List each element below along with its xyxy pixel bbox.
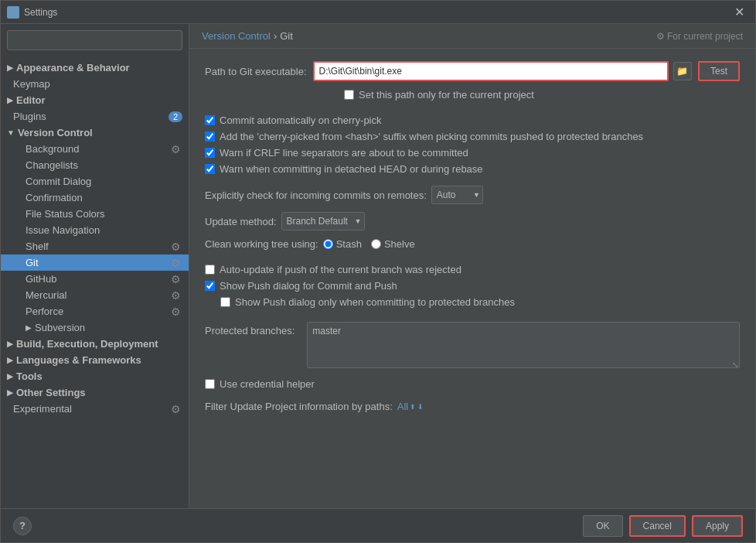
settings-icon: ⚙ [170, 144, 181, 155]
expand-arrow-languages: ▶ [7, 356, 13, 364]
protected-input-container: master ⤡ [307, 322, 740, 371]
divider5 [205, 394, 740, 401]
sidebar-item-github[interactable]: GitHub ⚙ [1, 271, 189, 287]
breadcrumb-part1[interactable]: Version Control [202, 30, 271, 42]
cherry-pick-label: Commit automatically on cherry-pick [220, 114, 382, 126]
explicitly-check-select-wrapper: Auto Always Never [431, 186, 483, 204]
show-push-dialog-checkbox[interactable] [205, 281, 215, 291]
sidebar-item-label: Languages & Frameworks [16, 354, 182, 366]
path-input[interactable] [313, 61, 669, 81]
sidebar-item-experimental[interactable]: Experimental ⚙ [1, 401, 189, 417]
sidebar-item-languages[interactable]: ▶ Languages & Frameworks [1, 352, 189, 368]
radio-shelve-label: Shelve [384, 238, 415, 250]
filter-value[interactable]: All ⬆ ⬇ [397, 401, 424, 412]
sidebar-item-label: Shelf [26, 241, 170, 252]
sidebar-item-commit-dialog[interactable]: Commit Dialog [1, 173, 189, 190]
detached-head-checkbox[interactable] [205, 164, 215, 174]
right-panel: Version Control › Git ⚙ For current proj… [189, 24, 755, 508]
test-button[interactable]: Test [698, 61, 740, 81]
crlf-checkbox[interactable] [205, 148, 215, 158]
radio-shelve-input[interactable] [371, 239, 381, 249]
app-icon [7, 6, 19, 19]
close-button[interactable]: ✕ [730, 3, 749, 21]
explicitly-check-select[interactable]: Auto Always Never [431, 186, 483, 204]
sidebar-item-label: GitHub [26, 273, 170, 285]
sidebar-item-git[interactable]: Git ⚙ [1, 254, 189, 271]
main-content: ▶ Appearance & Behavior Keymap ▶ Editor … [1, 24, 755, 508]
settings-window: Settings ✕ ▶ Appearance & Behavior Keyma… [0, 0, 756, 543]
update-method-select[interactable]: Branch Default Merge Rebase [281, 212, 365, 231]
show-push-protected-label: Show Push dialog only when committing to… [235, 296, 515, 308]
radio-shelve[interactable]: Shelve [371, 238, 415, 250]
use-credential-row: Use credential helper [205, 378, 740, 390]
help-button[interactable]: ? [13, 517, 32, 535]
search-box[interactable] [7, 30, 182, 50]
sidebar-item-label: Build, Execution, Deployment [16, 338, 182, 350]
filter-label: Filter Update Project information by pat… [205, 401, 393, 412]
titlebar: Settings ✕ [1, 1, 755, 24]
radio-stash-input[interactable] [323, 239, 333, 249]
for-current-project: ⚙ For current project [656, 31, 743, 42]
ok-button[interactable]: OK [583, 515, 622, 537]
explicitly-check-label: Explicitly check for incoming commits on… [205, 190, 427, 201]
sidebar-item-keymap[interactable]: Keymap [1, 76, 189, 92]
sidebar-item-changelists[interactable]: Changelists [1, 157, 189, 173]
sidebar-item-plugins[interactable]: Plugins 2 [1, 108, 189, 125]
expand-arrow-editor: ▶ [7, 96, 13, 104]
sidebar-item-mercurial[interactable]: Mercurial ⚙ [1, 287, 189, 303]
auto-update-checkbox[interactable] [205, 265, 215, 275]
settings-icon-mercurial: ⚙ [170, 290, 181, 301]
sidebar-item-label: Changelists [26, 159, 182, 171]
expand-arrow-build: ▶ [7, 340, 13, 348]
radio-stash[interactable]: Stash [323, 238, 362, 250]
sidebar-item-build[interactable]: ▶ Build, Execution, Deployment [1, 336, 189, 352]
cherry-pick-checkbox[interactable] [205, 115, 215, 125]
sidebar-item-label: Mercurial [26, 289, 170, 301]
use-credential-checkbox[interactable] [205, 379, 215, 389]
settings-icon-shelf: ⚙ [170, 241, 181, 252]
show-push-protected-checkbox[interactable] [220, 297, 230, 307]
expand-arrow-svn: ▶ [26, 323, 32, 332]
sidebar-item-appearance[interactable]: ▶ Appearance & Behavior [1, 60, 189, 76]
checkbox-crlf: Warn if CRLF line separators are about t… [205, 147, 740, 159]
settings-icon-git: ⚙ [170, 258, 181, 268]
sidebar-item-background[interactable]: Background ⚙ [1, 141, 189, 157]
sidebar-item-subversion[interactable]: ▶ Subversion [1, 319, 189, 336]
protected-branches-label: Protected branches: [205, 325, 295, 336]
protected-branches-input[interactable]: master [307, 322, 740, 368]
sidebar-item-label: Appearance & Behavior [16, 62, 182, 73]
cherry-picked-suffix-checkbox[interactable] [205, 131, 215, 142]
expand-arrow-appearance: ▶ [7, 63, 13, 72]
folder-button[interactable]: 📁 [673, 62, 692, 80]
sidebar-item-label: Plugins [13, 111, 169, 122]
radio-group-clean: Stash Shelve [323, 238, 415, 250]
sidebar-item-perforce[interactable]: Perforce ⚙ [1, 303, 189, 319]
resize-handle[interactable]: ⤡ [732, 360, 738, 369]
spinner-up-icon[interactable]: ⬆ [410, 403, 416, 411]
use-credential-label: Use credential helper [220, 378, 315, 390]
sidebar-item-shelf[interactable]: Shelf ⚙ [1, 238, 189, 254]
show-push-protected-row: Show Push dialog only when committing to… [205, 296, 740, 308]
sidebar-item-confirmation[interactable]: Confirmation [1, 190, 189, 206]
sidebar-item-file-status-colors[interactable]: File Status Colors [1, 206, 189, 222]
sidebar-item-issue-navigation[interactable]: Issue Navigation [1, 222, 189, 238]
divider2 [205, 179, 740, 186]
settings-icon-github: ⚙ [170, 274, 181, 285]
sidebar-item-label: Tools [16, 371, 182, 382]
sidebar-item-editor[interactable]: ▶ Editor [1, 92, 189, 108]
detached-head-label: Warn when committing in detached HEAD or… [220, 163, 483, 175]
sidebar-item-label: Background [26, 143, 170, 155]
sidebar-item-version-control[interactable]: ▼ Version Control [1, 125, 189, 141]
breadcrumb: Version Control › Git ⚙ For current proj… [189, 24, 755, 49]
cancel-button[interactable]: Cancel [629, 515, 686, 537]
sidebar-item-other-settings[interactable]: ▶ Other Settings [1, 384, 189, 401]
path-input-container: 📁 [313, 61, 692, 81]
path-row: Path to Git executable: 📁 Test [205, 61, 740, 81]
plugins-badge: 2 [169, 111, 182, 122]
sidebar-item-tools[interactable]: ▶ Tools [1, 368, 189, 384]
apply-button[interactable]: Apply [692, 515, 743, 537]
spinner-down-icon[interactable]: ⬇ [417, 403, 424, 411]
search-input[interactable] [12, 35, 177, 46]
crlf-label: Warn if CRLF line separators are about t… [220, 147, 468, 159]
set-path-checkbox[interactable] [344, 90, 354, 100]
